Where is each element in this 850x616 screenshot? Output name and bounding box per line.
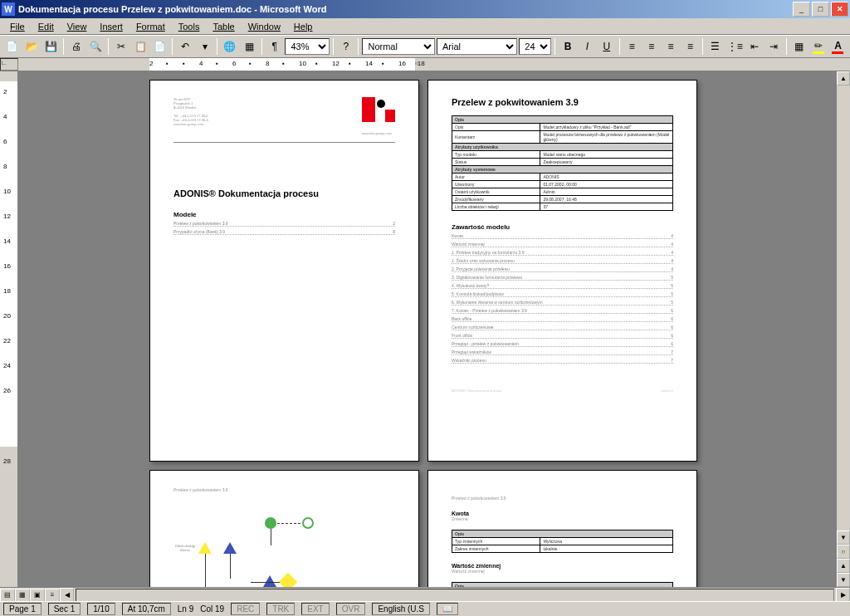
- print-layout-view-icon[interactable]: ▣: [30, 589, 45, 602]
- toc-item: 2. Przyjęcie polecenia przelewu4: [452, 266, 673, 272]
- scroll-right-icon[interactable]: ▶: [836, 588, 850, 602]
- vertical-scrollbar[interactable]: ▲ ▼ ○ ▲ ▼: [836, 71, 850, 587]
- info-table: Opis OpisModel przykładowy z pliku "Przy…: [452, 115, 673, 211]
- vertical-ruler[interactable]: 2 4 6 8 10 12 14 16 18 20 22 24 26 28: [0, 71, 18, 587]
- toc-item: Przypadki użycia (Bank) 3.98: [173, 229, 395, 235]
- italic-button[interactable]: I: [579, 37, 596, 56]
- save-icon[interactable]: 💾: [42, 37, 60, 56]
- boc-logo: www.boc-group.com: [362, 97, 395, 142]
- scroll-down-icon[interactable]: ▼: [837, 530, 850, 545]
- web-layout-view-icon[interactable]: ▦: [15, 589, 30, 602]
- horizontal-ruler[interactable]: ∟ 2 ▪ ▪ 4 ▪ 6 ▪ 8 ▪ 10 ▪ 12 ▪ 14 ▪ 16 ▫1…: [0, 58, 850, 71]
- menu-edit[interactable]: Edit: [32, 20, 61, 33]
- font-select[interactable]: Arial: [437, 38, 517, 55]
- tab-selector[interactable]: ∟: [0, 58, 18, 71]
- status-ext[interactable]: EXT: [301, 603, 329, 615]
- scroll-up-icon[interactable]: ▲: [837, 71, 850, 86]
- print-icon[interactable]: 🖨: [67, 37, 85, 56]
- horizontal-scrollbar[interactable]: [76, 589, 834, 602]
- status-trk[interactable]: TRK: [266, 603, 295, 615]
- status-section: Sec 1: [48, 603, 81, 615]
- justify-icon[interactable]: ≡: [681, 37, 699, 56]
- highlight-icon[interactable]: ✏: [809, 37, 827, 56]
- increase-indent-icon[interactable]: ⇥: [765, 37, 782, 56]
- toc-item: 1. Średni czas wykonania procesu4: [452, 258, 673, 264]
- menu-tools[interactable]: Tools: [172, 20, 207, 33]
- menu-help[interactable]: Help: [287, 20, 320, 33]
- menu-window[interactable]: Window: [242, 20, 287, 33]
- status-book-icon[interactable]: 📖: [437, 603, 458, 615]
- status-at: At 10,7cm: [122, 603, 171, 615]
- standard-toolbar: 📄 📂 💾 🖨 🔍 ✂ 📋 📄 ↶ ▾ 🌐 ▦ ¶ 43% ? Normal A…: [0, 35, 850, 58]
- tables-borders-icon[interactable]: ▦: [241, 37, 258, 56]
- maximize-button[interactable]: □: [812, 2, 829, 17]
- copy-icon[interactable]: 📋: [132, 37, 149, 56]
- hyperlink-icon[interactable]: 🌐: [221, 37, 238, 56]
- align-right-icon[interactable]: ≡: [662, 37, 679, 56]
- menu-file[interactable]: File: [3, 20, 32, 33]
- page-4[interactable]: Przelew z pokwitowaniem 3.9 Kwota Zmienn…: [427, 470, 697, 587]
- numbering-icon[interactable]: ☰: [706, 37, 724, 56]
- status-line: Ln 9: [178, 604, 193, 614]
- normal-view-icon[interactable]: ▤: [0, 589, 15, 602]
- zoom-select[interactable]: 43%: [285, 38, 330, 55]
- browse-object-icon[interactable]: ○: [837, 545, 850, 559]
- status-ovr[interactable]: OVR: [336, 603, 366, 615]
- menu-insert[interactable]: Insert: [93, 20, 129, 33]
- toc-item: Przegląd wskaźników7: [452, 350, 673, 355]
- page-3[interactable]: Przelew z pokwitowaniem 3.9 Klient obsłu…: [149, 470, 419, 587]
- help-icon[interactable]: ?: [337, 37, 354, 56]
- menu-format[interactable]: Format: [129, 20, 172, 33]
- bullets-icon[interactable]: ⋮≡: [726, 37, 744, 56]
- toc-item: Wartość zmiennej4: [452, 242, 673, 247]
- svg-point-1: [377, 100, 385, 108]
- font-size-select[interactable]: 24: [519, 38, 551, 55]
- show-hide-icon[interactable]: ¶: [266, 37, 283, 56]
- bold-button[interactable]: B: [559, 37, 576, 56]
- page2-title: Przelew z pokwitowaniem 3.9: [452, 97, 673, 107]
- status-rec[interactable]: REC: [231, 603, 260, 615]
- style-select[interactable]: Normal: [362, 38, 435, 55]
- prev-page-icon[interactable]: ▲: [837, 559, 850, 573]
- open-icon[interactable]: 📂: [22, 37, 40, 56]
- document-canvas[interactable]: Grupa BOC Przygładek 1 A-1010 Wiedeń Tel…: [18, 71, 836, 587]
- page-1[interactable]: Grupa BOC Przygładek 1 A-1010 Wiedeń Tel…: [149, 80, 419, 462]
- menu-bar: File Edit View Insert Format Tools Table…: [0, 18, 850, 35]
- close-button[interactable]: ✕: [831, 2, 848, 17]
- scroll-left-icon[interactable]: ◀: [60, 588, 74, 602]
- print-preview-icon[interactable]: 🔍: [87, 37, 105, 56]
- status-page: Page 1: [3, 603, 42, 615]
- undo-icon[interactable]: ↶: [176, 37, 193, 56]
- toc-item: Front office6: [452, 333, 673, 339]
- toc-item: Centrum rozliczeniowe6: [452, 325, 673, 330]
- page-2[interactable]: Przelew z pokwitowaniem 3.9 Opis OpisMod…: [427, 80, 697, 462]
- menu-table[interactable]: Table: [206, 20, 241, 33]
- menu-view[interactable]: View: [61, 20, 94, 33]
- process-diagram: Klient obsługi klienta Zgłoszenie zlecen…: [173, 517, 395, 587]
- svg-rect-0: [362, 97, 375, 122]
- font-color-icon[interactable]: A: [829, 37, 847, 56]
- status-language[interactable]: English (U.S: [372, 603, 430, 615]
- toc-item: Kwota4: [452, 233, 673, 239]
- company-address: Grupa BOC Przygładek 1 A-1010 Wiedeń Tel…: [173, 97, 208, 142]
- outline-view-icon[interactable]: ≡: [45, 589, 60, 602]
- next-page-icon[interactable]: ▼: [837, 573, 850, 587]
- dropdown-icon[interactable]: ▾: [196, 37, 213, 56]
- toc-item: Back office6: [452, 316, 673, 322]
- new-document-icon[interactable]: 📄: [3, 37, 21, 56]
- paste-icon[interactable]: 📄: [151, 37, 169, 56]
- content-header: Zawartość modelu: [452, 223, 673, 231]
- decrease-indent-icon[interactable]: ⇤: [745, 37, 763, 56]
- underline-button[interactable]: U: [598, 37, 615, 56]
- toc-item: Przegląd - przelew z pokwitowaniem6: [452, 341, 673, 347]
- minimize-button[interactable]: _: [793, 2, 810, 17]
- align-center-icon[interactable]: ≡: [642, 37, 660, 56]
- toc-item: Przelew z pokwitowaniem 3.92: [173, 221, 395, 227]
- toc-item: 1. Przelew tradycyjny na formularzu 3.94: [452, 250, 673, 256]
- toc-item: 4. Wysokość kwoty?5: [452, 283, 673, 289]
- document-area: 2 4 6 8 10 12 14 16 18 20 22 24 26 28 Gr…: [0, 71, 850, 587]
- align-left-icon[interactable]: ≡: [623, 37, 641, 56]
- borders-icon[interactable]: ▦: [790, 37, 808, 56]
- cut-icon[interactable]: ✂: [112, 37, 129, 56]
- status-col: Col 19: [200, 604, 224, 614]
